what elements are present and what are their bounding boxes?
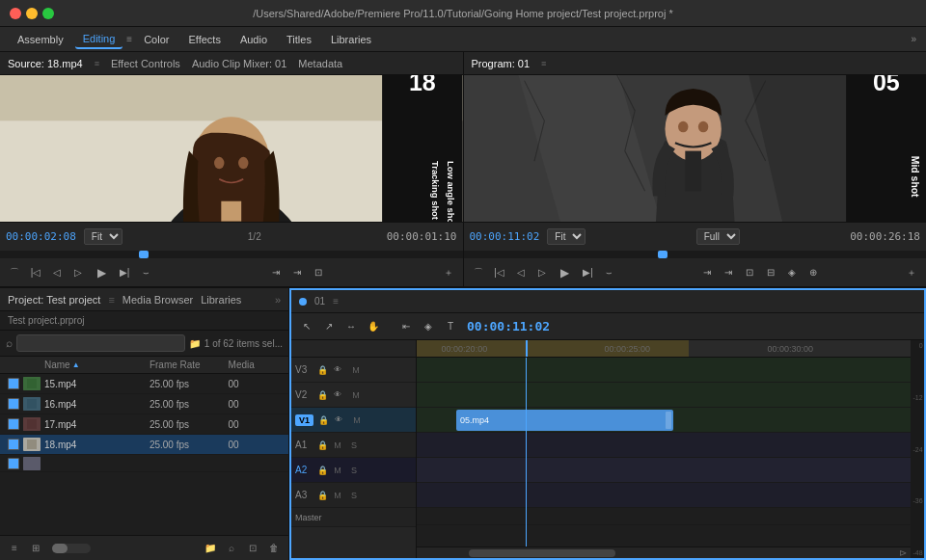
source-play-button[interactable]: ▶ xyxy=(91,262,112,283)
source-camera[interactable]: ⊡ xyxy=(310,264,327,281)
footer-folder-new[interactable]: 📁 xyxy=(202,540,219,557)
prog-mark-out[interactable]: ⌣ xyxy=(601,264,618,281)
file-item-17[interactable]: 17.mp4 25.00 fps 00 xyxy=(0,414,288,435)
source-mark-left[interactable]: |◁ xyxy=(27,264,44,281)
prog-add-button[interactable]: ＋ xyxy=(903,264,920,281)
track-a1[interactable] xyxy=(417,433,911,458)
minimize-button[interactable] xyxy=(26,8,38,19)
footer-slider[interactable] xyxy=(52,544,91,553)
source-playhead[interactable] xyxy=(139,251,149,258)
file-item-15[interactable]: 15.mp4 25.00 fps 00 xyxy=(0,374,288,394)
footer-grid-view[interactable]: ⊞ xyxy=(27,540,44,557)
source-step-back[interactable]: ◁ xyxy=(48,264,66,281)
prog-step-back[interactable]: ◁ xyxy=(512,264,530,281)
menu-titles[interactable]: Titles xyxy=(279,31,319,48)
prog-marker[interactable]: ◈ xyxy=(783,264,801,281)
source-overwrite[interactable]: ⇥ xyxy=(288,264,306,281)
file-checkbox-16[interactable] xyxy=(8,398,19,410)
v1-lock[interactable]: 🔒 xyxy=(318,415,329,425)
more-menus-icon[interactable]: » xyxy=(911,34,916,44)
track-v3[interactable] xyxy=(417,358,911,383)
tl-add-mark[interactable]: ◈ xyxy=(419,317,438,336)
a1-lock[interactable]: 🔒 xyxy=(317,440,328,450)
col-fps[interactable]: Frame Rate xyxy=(150,360,229,370)
tl-back-btn[interactable]: ⇤ xyxy=(396,317,416,336)
search-input[interactable] xyxy=(16,334,185,352)
a3-lock[interactable]: 🔒 xyxy=(317,491,328,500)
v2-m[interactable]: M xyxy=(349,388,363,402)
v1-m[interactable]: M xyxy=(350,413,364,427)
a1-m[interactable]: M xyxy=(331,439,344,452)
source-fit-select[interactable]: Fit xyxy=(84,228,123,245)
file-item-16[interactable]: 16.mp4 25.00 fps 00 xyxy=(0,394,288,414)
program-tab-main[interactable]: Program: 01 xyxy=(472,58,531,69)
timeline-ruler-playhead[interactable] xyxy=(526,340,528,357)
a2-s[interactable]: S xyxy=(347,464,361,477)
source-mark-in[interactable]: ⌒ xyxy=(6,264,23,281)
footer-trash[interactable]: 🗑 xyxy=(265,540,283,557)
timeline-hscrollbar[interactable]: ⊳ xyxy=(417,547,911,558)
tl-text-tool[interactable]: T xyxy=(441,317,460,336)
source-add-button[interactable]: ＋ xyxy=(440,264,457,281)
v2-lock[interactable]: 🔒 xyxy=(317,390,328,400)
source-step-fwd-small[interactable]: ▷ xyxy=(69,264,87,281)
program-playhead[interactable] xyxy=(658,251,667,258)
prog-play-button[interactable]: ▶ xyxy=(555,262,576,283)
timeline-scrollbar-thumb[interactable] xyxy=(469,549,614,557)
tl-ripple-edit[interactable]: ↔ xyxy=(341,317,361,336)
track-master[interactable] xyxy=(417,508,911,525)
a3-m[interactable]: M xyxy=(331,489,344,502)
timeline-scroll-end[interactable]: ⊳ xyxy=(899,547,907,558)
panel-expand-icon[interactable]: » xyxy=(275,294,281,306)
prog-overwrite[interactable]: ⇥ xyxy=(720,264,737,281)
v1-eye[interactable]: 👁 xyxy=(332,413,345,427)
track-a3[interactable] xyxy=(417,483,911,508)
media-browser-tab[interactable]: Media Browser xyxy=(123,294,193,306)
file-item-18[interactable]: 18.mp4 25.00 fps 00 xyxy=(0,435,288,455)
a1-s[interactable]: S xyxy=(347,439,361,452)
prog-stop[interactable]: ▶| xyxy=(580,264,597,281)
v3-eye[interactable]: 👁 xyxy=(331,363,344,377)
track-a2[interactable] xyxy=(417,458,911,483)
source-insert[interactable]: ⇥ xyxy=(267,264,285,281)
time-ruler[interactable]: 00:00:20:00 00:00:25:00 00:00:30:00 xyxy=(417,340,911,358)
footer-grid-icon[interactable]: ⊡ xyxy=(244,540,261,557)
menu-audio[interactable]: Audio xyxy=(232,31,275,48)
v3-lock[interactable]: 🔒 xyxy=(317,365,328,375)
tl-select-tool[interactable]: ↖ xyxy=(297,317,316,336)
track-v2[interactable] xyxy=(417,383,911,408)
prog-mark-left[interactable]: |◁ xyxy=(491,264,508,281)
close-button[interactable] xyxy=(10,8,21,19)
col-name[interactable]: Name ▲ xyxy=(44,360,150,370)
a2-m[interactable]: M xyxy=(331,464,344,477)
a2-lock[interactable]: 🔒 xyxy=(317,466,328,475)
program-quality-select[interactable]: Full xyxy=(696,228,740,245)
tl-hand-tool[interactable]: ✋ xyxy=(364,317,383,336)
menu-assembly[interactable]: Assembly xyxy=(10,31,71,48)
menu-effects[interactable]: Effects xyxy=(180,31,228,48)
file-checkbox-18[interactable] xyxy=(8,439,19,450)
prog-step-fwd-small[interactable]: ▷ xyxy=(533,264,551,281)
tl-track-select[interactable]: ↗ xyxy=(319,317,339,336)
track-v1[interactable]: 05.mp4 xyxy=(417,408,911,433)
footer-list-view[interactable]: ≡ xyxy=(6,540,23,557)
file-item-next[interactable] xyxy=(0,455,288,472)
file-checkbox-15[interactable] xyxy=(8,378,19,389)
source-tab-effect[interactable]: Effect Controls xyxy=(111,58,180,69)
source-mark-out[interactable]: ⌣ xyxy=(137,264,154,281)
v2-eye[interactable]: 👁 xyxy=(331,388,344,402)
source-stop[interactable]: ▶| xyxy=(116,264,133,281)
menu-editing[interactable]: Editing xyxy=(75,30,123,49)
source-tab-audio[interactable]: Audio Clip Mixer: 01 xyxy=(192,58,286,69)
clip-05mp4[interactable]: 05.mp4 xyxy=(456,410,673,431)
prog-mark-in[interactable]: ⌒ xyxy=(470,264,487,281)
prog-extract[interactable]: ⊟ xyxy=(762,264,779,281)
clip-right-handle[interactable] xyxy=(666,412,671,429)
prog-trim[interactable]: ⊕ xyxy=(804,264,822,281)
maximize-button[interactable] xyxy=(42,8,54,19)
file-checkbox-next[interactable] xyxy=(8,458,19,469)
prog-lift[interactable]: ⊡ xyxy=(741,264,758,281)
col-media[interactable]: Media xyxy=(229,360,281,370)
prog-insert[interactable]: ⇥ xyxy=(698,264,716,281)
file-checkbox-17[interactable] xyxy=(8,418,19,430)
